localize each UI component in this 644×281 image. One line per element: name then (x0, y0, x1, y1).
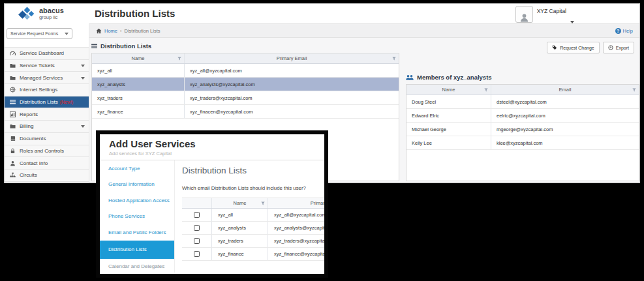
cell-primary-email: xyz_analysts@xyzcapital.com (185, 78, 399, 91)
table-row[interactable]: xyz_allxyz_all@xyzcapital.com (92, 64, 399, 78)
account-name: XYZ Capital (537, 8, 566, 14)
abacus-diamonds-icon (18, 6, 37, 22)
table-row: xyz_financexyz_finance@xyzcapital.com (182, 248, 324, 261)
folder-icon (10, 75, 16, 81)
sidebar-item-circuits[interactable]: Circuits (5, 170, 89, 182)
new-badge: (New!) (60, 100, 74, 104)
modal-nav-phone-services[interactable]: Phone Services (100, 209, 174, 225)
modal-nav-distribution-lists[interactable]: Distribution Lists (100, 241, 174, 259)
table-body: xyz_allxyz_all@xyzcapital.comxyz_analyst… (92, 64, 399, 119)
sidebar-item-documents[interactable]: Documents (5, 133, 89, 145)
help-icon: ? (615, 28, 621, 34)
modal-nav-general-information[interactable]: General Information (100, 177, 174, 193)
sidebar-item-internet-settings[interactable]: Internet Settings (5, 84, 89, 96)
members-panel-title-label: Members of xyz_analysts (417, 74, 492, 81)
table-row[interactable]: xyz_financexyz_finacen@xyzcapital.com (92, 105, 399, 119)
sidebar-item-roles-and-controls[interactable]: Roles and Controls (5, 145, 89, 158)
users-icon (406, 74, 414, 81)
filter-icon[interactable] (261, 201, 265, 205)
checkbox[interactable] (194, 225, 200, 231)
checkbox[interactable] (194, 238, 200, 244)
top-header: abacus group llc Distribution Lists XYZ … (5, 4, 639, 23)
checkbox[interactable] (194, 251, 200, 257)
modal-subtitle: Add services for XYZ Capital (109, 151, 315, 156)
cell-primary-email: xyz_finance@xyzcapital.com (268, 248, 324, 260)
filter-icon[interactable] (177, 56, 181, 60)
brand-top: abacus (39, 7, 64, 14)
cell-checkbox (182, 222, 212, 234)
table-row: xyz_allxyz_all@xyzcapital.com (182, 209, 324, 222)
help-label: Help (623, 28, 633, 34)
filter-icon[interactable] (392, 56, 396, 60)
sidebar-item-service-dashboard[interactable]: Service Dashboard (5, 48, 89, 60)
table-row[interactable]: Edward Elriceelric@xyzcapital.com (406, 109, 639, 123)
abacus-logo[interactable]: abacus group llc (18, 6, 64, 22)
modal-nav-calendar-and-delegates[interactable]: Calendar and Delegates (100, 259, 174, 275)
modal-nav-email-and-public-folders[interactable]: Email and Public Folders (100, 224, 174, 241)
breadcrumb-home-link[interactable]: Home (104, 28, 117, 34)
modal-section-heading: Distribution Lists (182, 166, 324, 175)
tag-icon (552, 45, 557, 50)
book-icon (10, 136, 16, 141)
dropdown-value: Service Request Forms (10, 31, 58, 36)
help-link[interactable]: ? Help (615, 28, 633, 34)
screenshot-stage: abacus group llc Distribution Lists XYZ … (0, 0, 644, 281)
sidebar-item-reports[interactable]: Reports (5, 108, 89, 121)
breadcrumb-separator: › (120, 28, 122, 34)
modal-nav-account-type[interactable]: Account Type (100, 160, 174, 177)
cell-name: xyz_analysts (92, 78, 185, 91)
modal-distribution-lists-table: Name Primary Email xyz_allxyz_all@xyzcap… (182, 198, 324, 261)
modal-nav-hosted-application-access[interactable]: Hosted Application Access (100, 192, 174, 209)
sidebar-item-label: Service Dashboard (20, 50, 64, 56)
cell-name: xyz_traders (92, 91, 185, 104)
chevron-down-icon (65, 33, 69, 35)
cell-name: xyz_all (212, 209, 268, 221)
cell-name: Michael George (406, 123, 491, 136)
cell-primary-email: xyz_traders@xyzcapital.com (268, 235, 324, 247)
table-header: Name Primary Email (182, 198, 324, 209)
export-icon (608, 45, 613, 50)
filter-icon[interactable] (632, 87, 636, 91)
export-button[interactable]: Export (603, 42, 634, 53)
sidebar-item-managed-services[interactable]: Managed Services (5, 72, 89, 84)
request-change-button[interactable]: Request Change (547, 42, 600, 53)
modal-title: Add User Services (109, 138, 315, 149)
service-request-forms-dropdown[interactable]: Service Request Forms (7, 28, 72, 39)
sidebar-item-label: Reports (20, 111, 38, 117)
sidebar-item-billing[interactable]: Billing (5, 121, 89, 133)
list-icon (10, 99, 16, 105)
sidebar-item-service-tickets[interactable]: Service Tickets (5, 60, 89, 72)
cell-name: xyz_finance (212, 248, 268, 260)
column-header-primary-email: Primary Email (185, 53, 399, 63)
home-icon (96, 28, 102, 34)
table-header: Name Email (406, 85, 639, 95)
members-table: Name Email Doug Steeldsteel@xyzcapital.c… (406, 84, 639, 181)
cell-name: xyz_traders (212, 235, 268, 247)
modal-wizard-nav: Account TypeGeneral InformationHosted Ap… (100, 160, 175, 273)
filter-icon[interactable] (484, 87, 488, 91)
cell-checkbox (182, 248, 212, 260)
table-row[interactable]: Michael Georgemgeorge@xyzcapital.com (406, 123, 639, 136)
breadcrumb-current: Distribution Lists (125, 28, 161, 34)
chart-icon (10, 111, 16, 117)
lists-panel-title-label: Distribution Lists (100, 42, 151, 50)
checkbox[interactable] (194, 212, 200, 218)
sidebar-item-label: Circuits (20, 172, 37, 178)
cell-primary-email: xyz_all@xyzcapital.com (185, 64, 399, 77)
sidebar-item-label: Managed Services (20, 75, 63, 81)
page-title: Distribution Lists (95, 8, 175, 19)
column-header-email: Email (491, 85, 639, 95)
table-row[interactable]: xyz_tradersxyz_traders@xyzcapital.com (92, 91, 399, 105)
sidebar-item-distribution-lists[interactable]: Distribution Lists(New!) (5, 96, 89, 109)
lists-panel-title: Distribution Lists (91, 42, 151, 50)
sitemap-icon (10, 172, 16, 178)
table-row[interactable]: xyz_analystsxyz_analysts@xyzcapital.com (92, 78, 399, 91)
dashboard-icon (10, 50, 16, 56)
table-body: Doug Steeldsteel@xyzcapital.comEdward El… (406, 95, 639, 150)
cell-name: xyz_finance (92, 105, 185, 118)
table-row[interactable]: Kelly Leeklee@xyzcapital.com (406, 136, 639, 150)
sidebar: Service Request Forms Service DashboardS… (5, 23, 89, 183)
cell-email: mgeorge@xyzcapital.com (491, 123, 639, 136)
table-row[interactable]: Doug Steeldsteel@xyzcapital.com (406, 95, 639, 109)
sidebar-item-contact-info[interactable]: Contact Info (5, 157, 89, 170)
